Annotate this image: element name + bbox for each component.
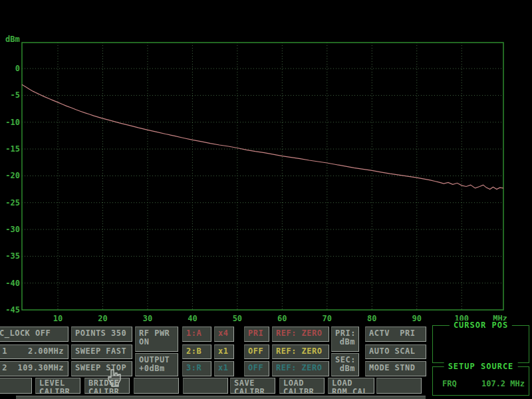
svg-text:-25: -25	[5, 198, 20, 207]
svg-text:-20: -20	[5, 171, 20, 180]
output-value: +0dBm	[139, 364, 174, 373]
trace1-scale-button[interactable]: x4	[214, 327, 234, 342]
rf-power-button[interactable]: RF PWR ON	[135, 327, 178, 352]
load-rom-line2: ROM CAL	[332, 388, 370, 394]
load-calibr-line2: CALIBR	[283, 388, 321, 394]
svg-text:80: 80	[367, 314, 376, 323]
auto-scale-button[interactable]: AUTO SCAL	[365, 344, 426, 359]
trace2-mode-button[interactable]: OFF	[244, 344, 269, 359]
output-level-button[interactable]: OUTPUT +0dBm	[135, 353, 178, 376]
trace1-select-button[interactable]: 1:A	[182, 327, 211, 342]
cursor-pos-panel: CURSOR POS FRQ 107.2 MHz PRI 4.4 dBm	[432, 325, 529, 363]
setup-source-panel: SETUP SOURCE DIR.: DISK:DEFAULT	[432, 366, 529, 396]
cursor-pos-title: CURSOR POS	[450, 321, 512, 330]
blank-button-1[interactable]	[0, 378, 32, 394]
trace-pri	[22, 84, 503, 189]
freq-start-button[interactable]: 1 2.00MHz	[0, 344, 68, 359]
save-calibr-line2: CALIBR	[234, 388, 271, 394]
svg-text:30: 30	[143, 314, 152, 323]
svg-text:70: 70	[323, 314, 332, 323]
svg-text:-10: -10	[5, 118, 20, 127]
svg-text:-45: -45	[5, 305, 20, 315]
grid-lines	[22, 43, 503, 310]
blank-button-2[interactable]	[134, 378, 179, 394]
active-trace-button[interactable]: ACTV PRI	[365, 327, 426, 342]
trace3-ref-button[interactable]: REF: ZERO	[272, 361, 329, 376]
trace3-select-button[interactable]: 3:R	[182, 361, 211, 376]
plot-frame	[22, 43, 503, 310]
trace3-mode-button[interactable]: OFF	[244, 361, 269, 376]
sweep-stop-button[interactable]: SWEEP STOP	[71, 361, 132, 376]
points-button[interactable]: POINTS 350	[71, 327, 132, 342]
pri-unit-button[interactable]: PRI: dBm	[331, 327, 359, 352]
load-calibr-button[interactable]: LOAD CALIBR	[279, 378, 325, 394]
setup-source-title: SETUP SOURCE	[444, 362, 518, 371]
freq-stop-button[interactable]: 2 109.30MHz	[0, 361, 68, 376]
dc-lock-button[interactable]: C_LOCK OFF	[0, 327, 68, 342]
trace1-ref-button[interactable]: REF: ZERO	[272, 327, 329, 342]
pri-unit-value: dBm	[340, 338, 355, 346]
svg-text:20: 20	[98, 314, 107, 323]
sec-unit-button[interactable]: SEC: dBm	[331, 353, 359, 376]
svg-text:-15: -15	[5, 144, 20, 154]
trace2-select-button[interactable]: 2:B	[182, 344, 211, 359]
level-calibr-line2: CALIBR	[39, 388, 76, 394]
svg-text:dBm: dBm	[5, 35, 20, 44]
trace2-scale-button[interactable]: x1	[214, 344, 234, 359]
bridge-calibr-button[interactable]: BRIDGE CALIBR	[84, 378, 130, 394]
blank-button-4[interactable]	[376, 378, 422, 394]
svg-text:-5: -5	[11, 90, 20, 100]
bridge-calibr-line2: CALIBR	[88, 388, 126, 394]
save-calibr-button[interactable]: SAVE CALIBR	[230, 378, 275, 394]
sweep-chart: 0-5-10-15-20-25-30-35-40-451020304050607…	[0, 0, 532, 326]
partial-button-row-edge	[16, 396, 426, 399]
trace2-ref-button[interactable]: REF: ZERO	[272, 344, 329, 359]
mode-standard-button[interactable]: MODE STND	[365, 361, 426, 376]
svg-text:60: 60	[277, 314, 287, 323]
trace1-mode-button[interactable]: PRI	[244, 327, 269, 342]
svg-text:10: 10	[53, 314, 63, 323]
blank-button-3[interactable]	[183, 378, 228, 394]
sweep-fast-button[interactable]: SWEEP FAST	[71, 344, 132, 359]
svg-text:0: 0	[15, 64, 20, 73]
svg-text:40: 40	[188, 314, 197, 323]
axis-labels: 0-5-10-15-20-25-30-35-40-451020304050607…	[5, 35, 507, 323]
svg-text:-40: -40	[5, 279, 20, 288]
svg-text:-30: -30	[5, 225, 20, 234]
analyzer-screen: 0-5-10-15-20-25-30-35-40-451020304050607…	[0, 0, 532, 399]
load-rom-cal-button[interactable]: LOAD ROM CAL	[328, 378, 374, 394]
svg-text:50: 50	[233, 314, 242, 323]
level-calibr-button[interactable]: LEVEL CALIBR	[35, 378, 80, 394]
sec-unit-value: dBm	[340, 364, 355, 373]
svg-text:-35: -35	[5, 251, 20, 261]
rf-power-state: ON	[139, 338, 174, 346]
trace3-scale-button[interactable]: x1	[214, 361, 234, 376]
svg-text:90: 90	[412, 314, 422, 323]
